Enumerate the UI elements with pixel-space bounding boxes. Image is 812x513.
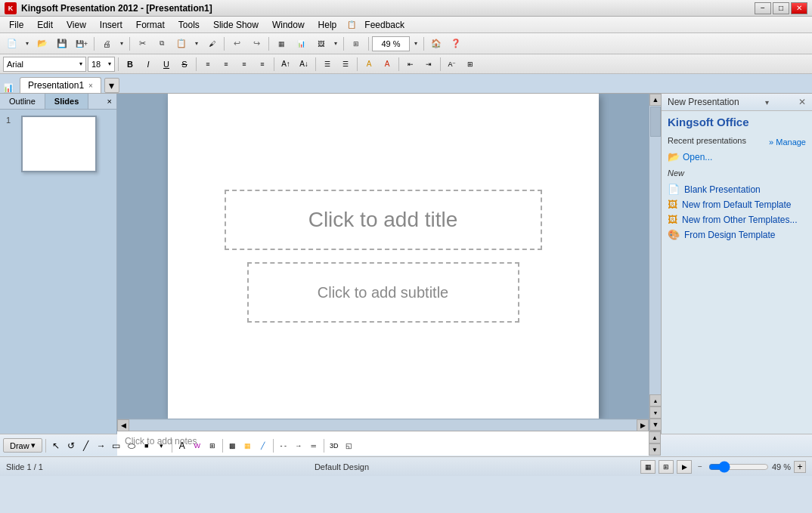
tab-close-button[interactable]: ×	[88, 82, 93, 90]
presentation-tab[interactable]: Presentation1 ×	[20, 77, 101, 93]
notes-scroll-up[interactable]: ▲	[649, 431, 661, 443]
align-right[interactable]: ≡	[236, 57, 253, 72]
scroll-nav-up[interactable]: ▲	[649, 394, 662, 406]
slideshow-button[interactable]: ▶	[677, 460, 692, 474]
scroll-right-button[interactable]: ▶	[637, 419, 649, 431]
insert-chart[interactable]: 📊	[292, 36, 310, 52]
undo-button[interactable]: ↩	[228, 36, 246, 52]
more-shapes[interactable]: ▾	[155, 439, 169, 453]
shapes-button[interactable]: ■	[140, 439, 153, 453]
minimize-button[interactable]: −	[755, 2, 771, 14]
shadow-style[interactable]: ▩	[226, 439, 240, 453]
numbering[interactable]: ☰	[337, 57, 354, 72]
font-name-selector[interactable]: Arial▾	[3, 57, 86, 72]
menu-format[interactable]: Format	[130, 18, 171, 32]
slide-title-placeholder[interactable]: Click to add title	[225, 190, 542, 250]
zoom-display[interactable]: 49 %	[372, 36, 410, 51]
select-tool[interactable]: ↖	[49, 439, 63, 453]
3d-style[interactable]: 3D	[327, 439, 341, 453]
open-button[interactable]: 📂	[33, 36, 51, 52]
notes-scrollbar[interactable]: ▲ ▼	[649, 431, 661, 456]
new-button[interactable]: 📄	[3, 36, 21, 52]
menu-slideshow[interactable]: Slide Show	[207, 18, 265, 32]
outline-tab[interactable]: Outline	[0, 94, 45, 109]
notes-scroll-down[interactable]: ▼	[649, 443, 661, 456]
zoom-dropdown[interactable]: ▾	[411, 36, 420, 52]
line-color-btn[interactable]: ╱	[256, 439, 270, 453]
font-color[interactable]: A	[379, 57, 395, 72]
textbox-tool[interactable]: A	[175, 439, 189, 453]
slide-preview[interactable]	[21, 116, 97, 172]
bold-button[interactable]: B	[122, 57, 138, 72]
strikethrough-button[interactable]: S	[176, 57, 193, 72]
arrow-style[interactable]: →	[292, 439, 305, 453]
menu-tools[interactable]: Tools	[172, 18, 206, 32]
indent-left[interactable]: ⇤	[402, 57, 419, 72]
align-justify[interactable]: ≡	[254, 57, 271, 72]
line-style[interactable]: ═	[307, 439, 321, 453]
vscroll-thumb[interactable]	[650, 107, 661, 137]
blank-presentation-item[interactable]: 📄 Blank Presentation	[668, 184, 806, 195]
bullets[interactable]: ☰	[319, 57, 336, 72]
redo-button[interactable]: ↪	[247, 36, 265, 52]
vertical-scrollbar[interactable]: ▲ ▲ ▼ ▼	[649, 94, 661, 431]
new-dropdown[interactable]: ▾	[23, 36, 32, 52]
font-increase[interactable]: A↑	[277, 57, 294, 72]
normal-view-button[interactable]: ▦	[640, 460, 655, 474]
rectangle-tool[interactable]: ▭	[110, 439, 123, 453]
design-template-item[interactable]: 🎨 From Design Template	[668, 229, 806, 240]
zoom-in-button[interactable]: +	[794, 461, 806, 473]
close-button[interactable]: ✕	[791, 2, 807, 14]
menu-view[interactable]: View	[60, 18, 92, 32]
arrow-tool[interactable]: →	[95, 439, 108, 453]
maximize-button[interactable]: □	[773, 2, 789, 14]
new-tab-button[interactable]: ▾	[104, 78, 119, 93]
vscroll-track[interactable]	[649, 106, 661, 394]
scroll-nav-down[interactable]: ▼	[649, 406, 662, 419]
text-shadow[interactable]: A⁻	[444, 57, 460, 72]
font-decrease[interactable]: A↓	[296, 57, 312, 72]
menu-window[interactable]: Window	[266, 18, 311, 32]
paste-dropdown[interactable]: ▾	[192, 36, 201, 52]
insert-dropdown[interactable]: ▾	[331, 36, 340, 52]
format-painter[interactable]: 🖌	[203, 36, 221, 52]
font-size-selector[interactable]: 18▾	[88, 57, 115, 72]
menu-edit[interactable]: Edit	[31, 18, 59, 32]
indent-right[interactable]: ⇥	[420, 57, 437, 72]
menu-file[interactable]: File	[3, 18, 29, 32]
insert-org[interactable]: ⊞	[206, 439, 219, 453]
scroll-down-button[interactable]: ▼	[649, 419, 662, 431]
save-all-button[interactable]: 💾+	[73, 36, 91, 52]
open-link[interactable]: Open...	[683, 152, 712, 162]
horizontal-scrollbar[interactable]: ◀ ▶	[117, 419, 649, 431]
copy-button[interactable]: ⧉	[153, 36, 171, 52]
line-tool[interactable]: ╱	[79, 439, 93, 453]
text-highlight[interactable]: A	[361, 57, 377, 72]
slide-sorter-button[interactable]: ⊞	[659, 460, 674, 474]
paste-button[interactable]: 📋	[172, 36, 191, 52]
slide-subtitle-placeholder[interactable]: Click to add subtitle	[247, 262, 519, 323]
insert-picture[interactable]: 🖼	[311, 36, 330, 52]
align-center[interactable]: ≡	[218, 57, 234, 72]
save-button[interactable]: 💾	[53, 36, 71, 52]
more-format[interactable]: ⊞	[462, 57, 479, 72]
insert-table[interactable]: ▦	[272, 36, 290, 52]
panel-close-button[interactable]: ×	[103, 94, 116, 109]
fill-color-btn[interactable]: ▦	[241, 439, 255, 453]
italic-button[interactable]: I	[140, 57, 157, 72]
default-template-item[interactable]: 🖼 New from Default Template	[668, 199, 806, 210]
rotate-tool[interactable]: ↺	[64, 439, 78, 453]
manage-link[interactable]: » Manage	[769, 138, 806, 147]
align-left[interactable]: ≡	[200, 57, 216, 72]
home-button[interactable]: 🏠	[427, 36, 445, 52]
scroll-left-button[interactable]: ◀	[117, 419, 129, 431]
print-button[interactable]: 🖨	[98, 36, 116, 52]
dash-style[interactable]: - -	[277, 439, 290, 453]
3d-btn[interactable]: ◱	[342, 439, 356, 453]
hscroll-track[interactable]	[129, 420, 637, 431]
right-panel-close-button[interactable]: ✕	[798, 97, 806, 107]
table-grid[interactable]: ⊞	[347, 36, 365, 52]
zoom-slider[interactable]	[708, 462, 769, 472]
menu-help[interactable]: Help	[312, 18, 343, 32]
menu-feedback[interactable]: Feedback	[358, 18, 411, 32]
